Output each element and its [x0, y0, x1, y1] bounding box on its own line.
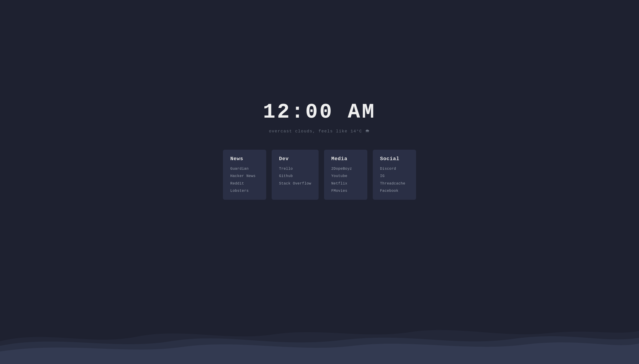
link-discord[interactable]: Discord [380, 166, 409, 171]
link-reddit[interactable]: Reddit [230, 181, 259, 186]
link-lobsters[interactable]: Lobsters [230, 188, 259, 194]
clock-display: 12:00 AM [263, 100, 376, 124]
link-threadcache[interactable]: Threadcache [380, 181, 409, 186]
link-github[interactable]: Github [279, 174, 311, 178]
card-links-news: GuardianHacker NewsRedditLobsters [230, 166, 259, 194]
link-trello[interactable]: Trello [279, 166, 311, 171]
wave-section [0, 296, 639, 364]
link-stack-overflow[interactable]: Stack Overflow [279, 181, 311, 186]
weather-text: overcast clouds, feels like 14°C [269, 129, 365, 134]
link-2dopeboyz[interactable]: 2DopeBoyz [331, 166, 360, 171]
card-media: Media2DopeBoyzYoutubeNetflixFMovies [324, 150, 367, 200]
card-title-news: News [230, 156, 259, 162]
card-news: NewsGuardianHacker NewsRedditLobsters [223, 150, 266, 200]
card-title-social: Social [380, 156, 409, 162]
card-links-dev: TrelloGithubStack Overflow [279, 166, 311, 186]
card-dev: DevTrelloGithubStack Overflow [272, 150, 318, 200]
link-facebook[interactable]: Facebook [380, 188, 409, 194]
card-links-social: DiscordIGThreadcacheFacebook [380, 166, 409, 194]
card-title-dev: Dev [279, 156, 311, 162]
link-guardian[interactable]: Guardian [230, 166, 259, 171]
weather-display: overcast clouds, feels like 14°C 🌧 [269, 128, 370, 134]
cards-container: NewsGuardianHacker NewsRedditLobstersDev… [223, 150, 416, 200]
link-ig[interactable]: IG [380, 174, 409, 178]
card-links-media: 2DopeBoyzYoutubeNetflixFMovies [331, 166, 360, 194]
main-content: 12:00 AM overcast clouds, feels like 14°… [160, 0, 479, 296]
link-youtube[interactable]: Youtube [331, 174, 360, 178]
card-social: SocialDiscordIGThreadcacheFacebook [373, 150, 416, 200]
link-netflix[interactable]: Netflix [331, 181, 360, 186]
link-fmovies[interactable]: FMovies [331, 188, 360, 194]
card-title-media: Media [331, 156, 360, 162]
link-hacker-news[interactable]: Hacker News [230, 174, 259, 178]
weather-icon: 🌧 [365, 128, 370, 134]
